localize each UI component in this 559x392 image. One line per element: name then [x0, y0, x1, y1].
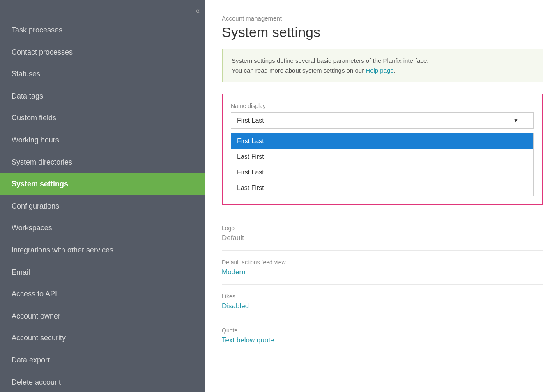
- sidebar-item-integrations[interactable]: Integrations with other services: [0, 239, 205, 261]
- name-display-label: Name display: [231, 103, 534, 109]
- sidebar-item-data-export[interactable]: Data export: [0, 349, 205, 371]
- sidebar: « Task processesContact processesStatuse…: [0, 0, 205, 392]
- sidebar-collapse-button[interactable]: «: [0, 4, 205, 19]
- sidebar-nav: Task processesContact processesStatusesD…: [0, 19, 205, 392]
- likes-row: Likes Disabled: [222, 285, 543, 319]
- name-display-select[interactable]: First Last ▼: [231, 112, 534, 129]
- dropdown-option-0[interactable]: First Last: [231, 133, 533, 149]
- breadcrumb: Account management: [222, 15, 543, 22]
- sidebar-item-contact-processes[interactable]: Contact processes: [0, 41, 205, 64]
- main-content: Account management System settings Syste…: [205, 0, 559, 392]
- sidebar-item-workspaces[interactable]: Workspaces: [0, 217, 205, 239]
- dropdown-option-1[interactable]: Last First: [231, 149, 533, 165]
- sidebar-item-account-owner[interactable]: Account owner: [0, 305, 205, 328]
- info-text-after: You can read more about system settings …: [232, 67, 366, 74]
- info-text-before: System settings define several basic par…: [232, 57, 428, 64]
- sidebar-item-access-to-api[interactable]: Access to API: [0, 283, 205, 305]
- logo-value[interactable]: Default: [222, 234, 543, 242]
- sidebar-item-working-hours[interactable]: Working hours: [0, 129, 205, 151]
- dropdown-option-3[interactable]: Last First: [231, 180, 533, 196]
- quote-row: Quote Text below quote: [222, 319, 543, 353]
- default-actions-row: Default actions feed view Modern: [222, 251, 543, 285]
- default-actions-value[interactable]: Modern: [222, 268, 543, 276]
- dropdown-arrow-icon: ▼: [513, 118, 518, 124]
- sidebar-item-system-directories[interactable]: System directories: [0, 151, 205, 174]
- sidebar-item-statuses[interactable]: Statuses: [0, 63, 205, 85]
- sidebar-item-delete-account[interactable]: Delete account: [0, 371, 205, 392]
- logo-label: Logo: [222, 225, 543, 232]
- settings-section: Logo Default Default actions feed view M…: [222, 217, 543, 353]
- sidebar-item-custom-fields[interactable]: Custom fields: [0, 107, 205, 129]
- sidebar-item-data-tags[interactable]: Data tags: [0, 85, 205, 108]
- default-actions-label: Default actions feed view: [222, 259, 543, 266]
- logo-row: Logo Default: [222, 217, 543, 251]
- help-page-link[interactable]: Help page: [366, 67, 393, 74]
- sidebar-item-configurations[interactable]: Configurations: [0, 195, 205, 218]
- sidebar-item-system-settings[interactable]: System settings: [0, 173, 205, 195]
- name-display-section: Name display First Last ▼ First LastLast…: [222, 94, 543, 205]
- sidebar-item-account-security[interactable]: Account security: [0, 327, 205, 349]
- info-box: System settings define several basic par…: [222, 49, 543, 82]
- name-display-dropdown: First LastLast FirstFirst LastLast First: [231, 133, 534, 196]
- quote-value[interactable]: Text below quote: [222, 336, 543, 344]
- name-display-select-wrapper: First Last ▼: [231, 112, 534, 129]
- quote-label: Quote: [222, 327, 543, 334]
- dropdown-option-2[interactable]: First Last: [231, 165, 533, 180]
- name-display-selected-value: First Last: [237, 117, 264, 124]
- sidebar-item-task-processes[interactable]: Task processes: [0, 19, 205, 41]
- page-title: System settings: [222, 24, 543, 40]
- sidebar-item-email[interactable]: Email: [0, 261, 205, 284]
- likes-value[interactable]: Disabled: [222, 302, 543, 310]
- info-text-end: .: [394, 67, 396, 74]
- likes-label: Likes: [222, 293, 543, 300]
